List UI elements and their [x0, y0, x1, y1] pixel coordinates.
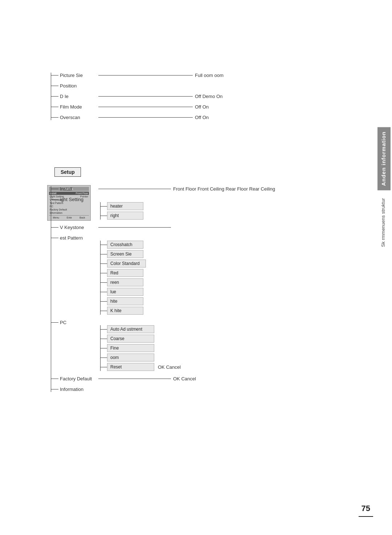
lue-box: lue: [107, 288, 143, 296]
heater-box: heater: [107, 202, 143, 210]
picture-size-label: Picture Sie: [60, 73, 96, 78]
menu-line: [98, 189, 171, 189]
top-section: Picture Sie Full oom oom Position D Ie O…: [51, 73, 345, 120]
menu-line: [98, 96, 193, 97]
light-setting-group: ight Setting heater right: [51, 197, 345, 220]
sub-item-heater: heater: [101, 202, 345, 210]
sub-item-auto-adjustment: Auto Ad ustment: [101, 325, 345, 333]
branch-line: [51, 379, 58, 379]
red-box: Red: [107, 269, 143, 277]
information-label: Information: [60, 387, 96, 392]
position-label: Position: [60, 83, 96, 89]
sub-branch: [101, 358, 107, 358]
pc-subitems: Auto Ad ustment Coarse Fine oom: [100, 325, 345, 371]
branch-line: [51, 107, 58, 107]
sub-branch: [101, 206, 107, 207]
overscan-row: Overscan Off On: [51, 115, 345, 120]
light-setting-row: ight Setting: [51, 197, 345, 202]
main-content: Picture Sie Full oom oom Position D Ie O…: [47, 73, 345, 397]
hite-box: hite: [107, 297, 143, 305]
pc-group: PC Auto Ad ustment Coarse Fine: [51, 320, 345, 371]
sub-item-color-standard: Color Standard: [101, 260, 345, 268]
sub-item-fine: Fine: [101, 344, 345, 352]
oom-box: oom: [107, 354, 154, 362]
branch-line: [51, 86, 58, 86]
light-setting-subitems: heater right: [100, 202, 345, 220]
branch-line: [51, 117, 58, 118]
reen-box: reen: [107, 278, 143, 286]
overscan-label: Overscan: [60, 115, 96, 120]
menu-line: [98, 117, 193, 118]
sub-item-reset: Reset OK Cancel: [101, 363, 345, 371]
page-number-line: [359, 516, 373, 517]
branch-line: [51, 227, 58, 228]
film-mode-row: Film Mode Off On: [51, 104, 345, 110]
side-tab-anden: Anden information: [377, 127, 391, 190]
sub-item-screen-sie: Screen Sie: [101, 250, 345, 258]
menu-line: [98, 379, 171, 379]
sub-branch: [101, 254, 107, 254]
sub-item-oom: oom: [101, 354, 345, 362]
page-number: 75: [362, 504, 370, 513]
crosshatch-box: Crosshatch: [107, 241, 143, 249]
sub-branch: [101, 216, 107, 216]
sub-branch: [101, 301, 107, 302]
k-hite-box: K hite: [107, 307, 143, 315]
overscan-options: Off On: [195, 115, 209, 120]
install-row: Install Front Floor Front Ceiling Rear F…: [51, 186, 345, 192]
menu-line: [98, 75, 193, 75]
reset-options: OK Cancel: [158, 364, 181, 370]
branch-line: [51, 389, 58, 389]
factory-default-label: Factory Default: [60, 376, 96, 381]
sub-branch: [101, 282, 107, 283]
sub-item-hite: hite: [101, 297, 345, 305]
factory-default-options: OK Cancel: [173, 376, 196, 381]
sub-item-lue: lue: [101, 288, 345, 296]
branch-line: [51, 322, 58, 323]
sub-branch: [101, 311, 107, 311]
sub-branch: [101, 245, 107, 245]
factory-default-row: Factory Default OK Cancel: [51, 376, 345, 381]
picture-size-row: Picture Sie Full oom oom: [51, 73, 345, 78]
sub-item-coarse: Coarse: [101, 335, 345, 343]
pc-row: PC: [51, 320, 345, 325]
setup-section: Setup Install Front Floor Front Ceiling …: [47, 167, 345, 392]
install-label: Install: [60, 186, 96, 192]
sub-branch: [101, 339, 107, 339]
film-mode-label: Film Mode: [60, 104, 96, 110]
d-ie-label: D Ie: [60, 94, 96, 99]
sub-item-right: right: [101, 212, 345, 220]
test-pattern-subitems: Crosshatch Screen Sie Color Standard Red: [100, 241, 345, 315]
fine-box: Fine: [107, 344, 154, 352]
sub-item-reen: reen: [101, 278, 345, 286]
sub-branch: [101, 348, 107, 348]
coarse-box: Coarse: [107, 335, 154, 343]
branch-line: [51, 238, 58, 238]
pc-label: PC: [60, 320, 96, 325]
sub-branch: [101, 292, 107, 292]
d-ie-row: D Ie Off Demo On: [51, 94, 345, 99]
v-keystone-label: V Keystone: [60, 225, 96, 230]
sub-branch: [101, 273, 107, 273]
color-standard-box: Color Standard: [107, 260, 146, 268]
v-keystone-row: V Keystone: [51, 225, 345, 230]
sub-branch: [101, 329, 107, 330]
branch-line: [51, 96, 58, 97]
menu-line: [98, 107, 193, 107]
auto-adjustment-box: Auto Ad ustment: [107, 325, 154, 333]
branch-line: [51, 189, 58, 189]
information-row: Information: [51, 387, 345, 392]
side-tab-container: Anden information Sk rmmenuens struktur: [376, 127, 392, 252]
side-tab-sk: Sk rmmenuens struktur: [377, 194, 391, 251]
test-pattern-group: est Pattern Crosshatch Screen Sie Color …: [51, 235, 345, 315]
d-ie-options: Off Demo On: [195, 94, 222, 99]
picture-size-options: Full oom oom: [195, 73, 224, 78]
sub-branch: [101, 264, 107, 264]
sub-item-k-hite: K hite: [101, 307, 345, 315]
sub-item-red: Red: [101, 269, 345, 277]
test-pattern-label: est Pattern: [60, 235, 96, 241]
branch-line: [51, 199, 58, 200]
film-mode-options: Off On: [195, 104, 209, 110]
position-row: Position: [51, 83, 345, 89]
menu-line: [98, 227, 171, 228]
